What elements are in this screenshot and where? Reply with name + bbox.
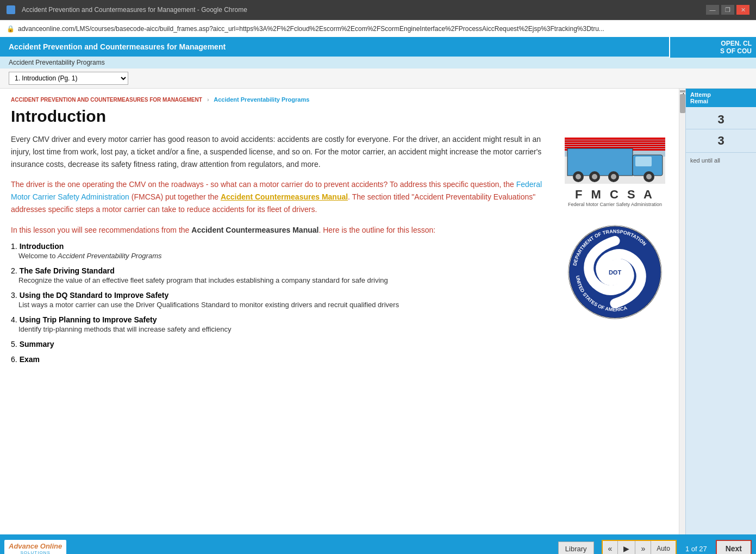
para3: In this lesson you will see recommendati… [11,224,551,236]
dot-seal-area: DEPARTMENT OF TRANSPORTATION UNITED STAT… [567,225,663,321]
logo-text1: Advance Online [9,542,62,550]
list-item: 5.Summary [11,340,551,348]
next-button[interactable]: Next [716,540,752,554]
sidebar-value2: 3 [686,129,756,152]
list-item: 3.Using the DQ Standard to Improve Safet… [11,291,551,309]
para2-start: The driver is the one operating the CMV … [11,180,516,189]
svg-rect-10 [635,157,652,166]
lock-icon: 🔒 [7,25,15,33]
library-button[interactable]: Library [558,541,594,555]
svg-point-14 [592,174,597,179]
para1: Every CMV driver and every motor carrier… [11,133,551,171]
scrollbar[interactable]: ▲ [679,89,685,534]
address-bar[interactable]: advanceonline.com/LMS/courses/basecode-a… [18,25,749,33]
sub-header-breadcrumb: Accident Preventability Programs [9,59,105,66]
list-item: 2.The Safe Driving Standard Recognize th… [11,266,551,284]
sidebar-note: ked until all [686,152,756,168]
fmcsa-truck-area: F M C S A Federal Motor Carrier Safety A… [565,138,665,207]
para2: The driver is the one operating the CMV … [11,178,551,216]
browser-title: Accident Prevention and Countermeasures … [22,6,702,14]
prev-prev-button[interactable]: « [603,541,618,554]
page-title: Introduction [11,107,668,126]
svg-rect-4 [565,142,665,144]
svg-rect-2 [565,138,665,140]
dot-seal-svg: DEPARTMENT OF TRANSPORTATION UNITED STAT… [567,225,663,320]
svg-point-16 [611,174,616,179]
acm-link[interactable]: Accident Countermeasures Manual [221,192,348,201]
scroll-thumb[interactable] [680,94,685,113]
outline-list: 1.Introduction Welcome to Accident Preve… [11,242,551,364]
fmcsa-letters: F M C S A [565,188,665,202]
play-button[interactable]: ▶ [618,541,635,554]
restore-btn[interactable]: ❐ [721,5,734,15]
scroll-up-arrow[interactable]: ▲ [680,90,685,92]
svg-point-12 [576,174,581,179]
lms-footer: Advance Online SOLUTIONS Library « ▶ » A… [0,534,756,554]
list-item: 4.Using Trip Planning to Improve Safety … [11,315,551,333]
list-item: 6.Exam [11,355,551,364]
svg-rect-5 [565,145,665,146]
minimize-btn[interactable]: — [706,5,719,15]
chapter-select[interactable]: 1. Introduction (Pg. 1) [9,72,128,85]
svg-rect-3 [565,140,665,142]
logo-text2: SOLUTIONS [21,550,51,554]
auto-button[interactable]: Auto [651,541,676,554]
page-indicator: 1 1 of 27of 27 [681,545,711,553]
content-breadcrumb2: Accident Preventability Programs [214,96,309,103]
list-item: 1.Introduction Welcome to Accident Preve… [11,242,551,260]
content-breadcrumb1: ACCIDENT PREVENTION AND COUNTERMEASURES … [11,97,202,103]
media-controls: « ▶ » Auto [602,540,677,554]
sidebar-value1: 3 [686,107,756,129]
advance-logo: Advance Online SOLUTIONS [4,540,66,554]
close-btn[interactable]: ✕ [736,5,749,15]
breadcrumb-sep: › [207,96,209,103]
fmcsa-subtext: Federal Motor Carrier Safety Administrat… [565,202,665,207]
lms-header-title: Accident Prevention and Countermeasures … [9,42,226,51]
svg-point-18 [646,174,652,179]
right-images-column: F M C S A Federal Motor Carrier Safety A… [562,133,668,370]
svg-text:DOT: DOT [609,269,622,276]
sidebar-header: Attemp Remai [686,89,756,107]
next-next-button[interactable]: » [635,541,651,554]
truck-svg [565,138,665,184]
right-sidebar: Attemp Remai 3 3 ked until all OPEN. CLS… [685,89,756,534]
